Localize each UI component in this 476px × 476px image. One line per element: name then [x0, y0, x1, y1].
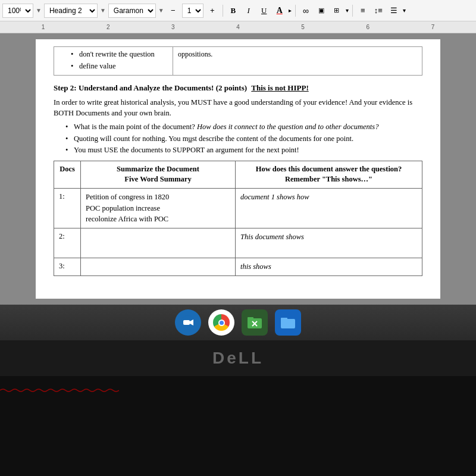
partial-bullet-1: don't rewrite the question — [71, 49, 168, 60]
font-size-minus[interactable]: − — [167, 4, 180, 17]
doc-answer-2: This document shows — [236, 228, 422, 258]
separator-2 — [295, 5, 296, 17]
col-summary-line1: Summarize the Document — [117, 165, 199, 173]
ruler-mark-4: 4 — [236, 24, 240, 30]
doc-answer-1-content: document 1 shows how — [240, 192, 417, 203]
table-arrow: ▾ — [346, 7, 349, 14]
red-squiggle-decoration — [0, 388, 119, 393]
dell-logo-area: DeLL — [0, 340, 476, 376]
table-row-3: 3: this shows — [54, 258, 422, 276]
table-row-2: 2: This document shows — [54, 228, 422, 258]
document-area: don't rewrite the question define value … — [0, 33, 476, 305]
step2-bullets: What is the main point of the document? … — [65, 122, 422, 156]
zoom-select[interactable]: 100% — [2, 4, 33, 18]
style-select[interactable]: Heading 2 — [44, 4, 98, 18]
blue-folder-icon[interactable] — [275, 309, 301, 336]
document[interactable]: don't rewrite the question define value … — [36, 39, 440, 299]
font-select[interactable]: Garamond — [108, 4, 156, 18]
zoom-arrow: ▼ — [36, 7, 42, 14]
doc-answer-3: this shows — [236, 258, 422, 276]
doc-summary-3 — [81, 258, 236, 276]
step2-heading-underline: This is not HIPP! — [251, 83, 308, 92]
step2-bullet-3: You must USE the documents to SUPPORT an… — [65, 145, 422, 156]
ruler-mark-5: 5 — [301, 24, 305, 30]
partial-bullet-2: define value — [71, 61, 168, 72]
doc-answer-2-content: This document shows — [240, 231, 417, 243]
list-button[interactable]: ☰ — [387, 4, 400, 17]
separator-3 — [352, 5, 353, 17]
font-size-plus[interactable]: + — [206, 4, 219, 17]
col-answer-line2: Remember "This shows…" — [285, 175, 372, 183]
partial-top-section: don't rewrite the question define value … — [54, 46, 422, 76]
col-summary-line2: Five Word Summary — [124, 175, 191, 183]
font-color-arrow: ▸ — [289, 7, 292, 14]
doc-summary-1: Petition of congress in 1820 POC populat… — [81, 188, 236, 228]
doc-answer-1: document 1 shows how — [236, 188, 422, 228]
folder-x-svg — [246, 314, 263, 331]
partial-left: don't rewrite the question define value — [54, 47, 173, 75]
doc-num-3: 3: — [54, 258, 81, 276]
col-summary-header: Summarize the Document Five Word Summary — [81, 161, 236, 188]
toolbar: 100% ▼ Heading 2 ▼ Garamond ▼ − 11 + B I… — [0, 0, 476, 21]
doc-summary-1-content: Petition of congress in 1820 POC populat… — [86, 192, 230, 225]
step2-heading: Step 2: Understand and Analyze the Docum… — [54, 83, 422, 93]
step2-heading-text: Step 2: Understand and Analyze the Docum… — [54, 83, 247, 92]
blue-folder-svg — [280, 314, 296, 331]
partial-grid: don't rewrite the question define value … — [54, 46, 422, 76]
svg-rect-8 — [281, 318, 287, 321]
font-arrow: ▼ — [158, 7, 164, 14]
col-docs-header: Docs — [54, 161, 81, 188]
document-table: Docs Summarize the Document Five Word Su… — [54, 161, 422, 276]
zoom-icon[interactable] — [175, 309, 201, 336]
step2-bullet-2-text: Quoting will count for nothing. You m — [74, 134, 188, 143]
col-answer-line1: How does this document answer the questi… — [256, 165, 402, 173]
bottom-dark-area — [0, 376, 476, 476]
bold-button[interactable]: B — [227, 4, 240, 17]
partial-bullet-list: don't rewrite the question define value — [71, 49, 168, 71]
doc-num-2: 2: — [54, 228, 81, 258]
zoom-svg — [180, 315, 196, 330]
step2-bullet-1: What is the main point of the document? … — [65, 122, 422, 133]
underline-button[interactable]: U — [258, 4, 271, 17]
image-button[interactable]: ▣ — [315, 4, 328, 17]
doc-summary-2 — [81, 228, 236, 258]
partial-right-text: oppositions. — [178, 50, 212, 58]
ruler-mark-3: 3 — [171, 24, 175, 30]
col-answer-header: How does this document answer the questi… — [236, 161, 422, 188]
ruler: 1 2 3 4 5 6 7 — [0, 21, 476, 33]
step2-bullet-2: Quoting will count for nothing. You must… — [65, 134, 422, 145]
ruler-mark-7: 7 — [431, 24, 435, 30]
font-color-button[interactable]: A — [273, 4, 286, 17]
ruler-mark-1: 1 — [42, 24, 45, 30]
style-arrow: ▼ — [100, 7, 106, 14]
ruler-marks: 1 2 3 4 5 6 7 — [5, 24, 471, 30]
separator-1 — [223, 5, 223, 17]
step2-bullet-3-text: You must USE the documents to SUPPORT an… — [74, 146, 299, 154]
step2-bullet-1-start: What is the main point of the document? — [74, 123, 197, 131]
folder-x-icon[interactable] — [242, 309, 268, 336]
ruler-mark-2: 2 — [107, 24, 110, 30]
taskbar — [0, 305, 476, 340]
link-button[interactable]: ∞ — [299, 4, 312, 17]
chrome-inner — [218, 320, 225, 326]
italic-button[interactable]: I — [242, 4, 255, 17]
svg-rect-4 — [248, 317, 253, 320]
step2-bullet-1-italic: How does it connect to the question and … — [197, 123, 379, 131]
table-header-row: Docs Summarize the Document Five Word Su… — [54, 161, 422, 188]
doc-answer-3-content: this shows — [240, 261, 417, 273]
ruler-mark-6: 6 — [366, 24, 369, 30]
font-size-select[interactable]: 11 — [182, 4, 203, 18]
chrome-icon[interactable] — [208, 309, 234, 336]
table-row-1: 1: Petition of congress in 1820 POC popu… — [54, 188, 422, 228]
line-spacing-button[interactable]: ↕≡ — [372, 4, 385, 17]
step2-intro: In order to write great historical analy… — [54, 97, 422, 118]
partial-right: oppositions. — [173, 47, 422, 75]
table-button[interactable]: ⊞ — [330, 4, 343, 17]
doc-num-1: 1: — [54, 188, 81, 228]
list-arrow: ▾ — [403, 7, 406, 14]
align-button[interactable]: ≡ — [356, 4, 369, 17]
chrome-svg — [213, 314, 230, 331]
svg-rect-1 — [183, 320, 190, 325]
dell-logo-text: DeLL — [212, 349, 264, 368]
step2-bullet-2-rest: st describe the content of the documents… — [192, 134, 353, 143]
